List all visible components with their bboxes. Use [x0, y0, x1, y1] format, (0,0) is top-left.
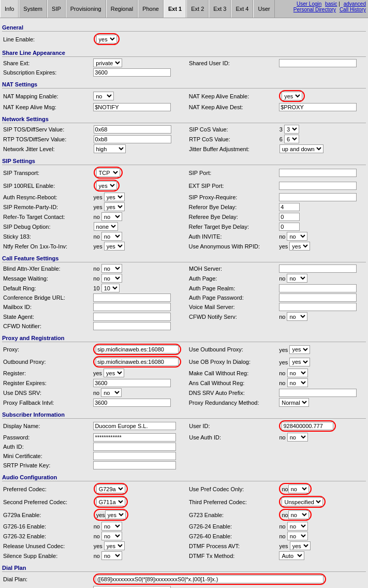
outbound-proxy-input[interactable] [96, 358, 179, 366]
dial-plan-input[interactable] [96, 575, 323, 583]
state-agent-input[interactable] [93, 313, 171, 321]
nat-keep-alive-msg-input[interactable] [93, 103, 171, 111]
refer-to-target-select[interactable]: noyes [101, 212, 122, 221]
ans-call-select[interactable]: noyes [287, 378, 308, 387]
g729a-enable-select[interactable]: yesno [105, 510, 126, 519]
user-login-link[interactable]: User Login [297, 1, 321, 7]
register-select[interactable]: yesno [104, 369, 124, 377]
personal-directory-link[interactable]: Personal Directory [293, 7, 336, 12]
release-unused-select[interactable]: yesno [104, 541, 125, 550]
share-ext-select[interactable]: private [93, 58, 122, 67]
line-enable-circled: yesno [94, 33, 120, 45]
proxy-input[interactable] [96, 345, 179, 354]
second-preferred-select[interactable]: G711a [96, 497, 125, 506]
sip-cos-select[interactable]: 3 [284, 125, 299, 134]
auth-page-select[interactable]: noyes [287, 274, 307, 283]
cfwd-notifier-input[interactable] [93, 322, 171, 330]
g723-enable-select[interactable]: noyes [288, 510, 309, 519]
caller-id-map-label: Caller ID Map: [2, 585, 92, 588]
sip-remote-party-select[interactable]: yesno [104, 202, 125, 211]
subscription-expires-input[interactable] [93, 68, 171, 77]
silence-supp-select[interactable]: noyes [101, 551, 122, 560]
cfwd-notify-serv-select[interactable]: noyes [287, 312, 307, 321]
dtmf-process-avt-select[interactable]: yesno [290, 541, 311, 550]
sip-debug-select[interactable]: nonefull [94, 222, 118, 231]
g726-16-select[interactable]: noyes [101, 522, 122, 531]
moh-server-input[interactable] [279, 264, 357, 273]
auth-resync-select[interactable]: yesno [104, 193, 125, 201]
dial-plan-circled [93, 574, 326, 585]
use-auth-id-select[interactable]: noyes [287, 433, 308, 442]
tab-regional[interactable]: Regional [106, 0, 138, 18]
ntfy-refer-select[interactable]: yesno [104, 242, 125, 251]
g723-enable-circled: no noyes [279, 509, 311, 521]
message-waiting-select[interactable]: noyes [101, 274, 122, 283]
refer-target-bye-delay-input[interactable] [279, 223, 300, 231]
auth-page-password-input[interactable] [279, 293, 357, 302]
rtp-cos-select[interactable]: 6 [284, 135, 299, 143]
sip-tos-input[interactable] [94, 125, 171, 134]
tab-sip[interactable]: SIP [47, 0, 66, 18]
proxy-fallback-input[interactable] [93, 399, 171, 407]
jitter-buffer-select[interactable]: up and downup onlydisable [279, 144, 323, 153]
use-pref-codec-select[interactable]: noyes [288, 484, 309, 493]
nat-keep-alive-select[interactable]: yesno [282, 92, 302, 100]
nat-keep-alive-dest-input[interactable] [279, 103, 357, 111]
g726-24-select[interactable]: noyes [287, 522, 308, 531]
rtp-tos-input[interactable] [94, 135, 171, 143]
use-ob-proxy-select[interactable]: yesno [289, 358, 310, 366]
srtp-private-key-input[interactable] [93, 461, 176, 469]
voice-mail-server-input[interactable] [279, 303, 357, 311]
call-history-link[interactable]: Call History [340, 7, 366, 12]
use-dns-srv-select[interactable]: noyes [101, 388, 122, 397]
shared-user-id-input[interactable] [279, 59, 357, 67]
auth-id-input[interactable] [93, 443, 176, 451]
use-anonymous-select[interactable]: yesno [289, 242, 310, 251]
caller-id-map-input[interactable] [93, 586, 171, 588]
mailbox-id-input[interactable] [93, 303, 171, 311]
advanced-link[interactable]: advanced [344, 1, 366, 7]
referor-bye-delay-input[interactable] [279, 203, 300, 211]
sticky-183-select[interactable]: noyes [101, 232, 122, 241]
mini-cert-input[interactable] [93, 452, 176, 460]
user-id-input[interactable] [282, 422, 333, 430]
dns-srv-auto-prefix-input[interactable] [279, 389, 357, 397]
g726-40-select[interactable]: noyes [287, 532, 308, 540]
auth-page-realm-input[interactable] [279, 284, 357, 292]
password-input[interactable] [93, 433, 176, 442]
default-ring-select[interactable]: 10 [101, 284, 120, 292]
ext-sip-port-input[interactable] [279, 182, 357, 190]
display-name-input[interactable] [93, 422, 176, 430]
conference-bridge-input[interactable] [93, 293, 171, 302]
blind-attn-select[interactable]: noyes [101, 264, 122, 273]
referee-bye-delay-input[interactable] [279, 213, 300, 221]
tab-phone[interactable]: Phone [138, 0, 164, 18]
basic-link[interactable]: basic [325, 1, 337, 7]
sip-100rel-select[interactable]: yesno [96, 181, 117, 190]
tab-ext3[interactable]: Ext 3 [209, 0, 231, 18]
sip-proxy-require-input[interactable] [279, 193, 357, 201]
make-call-select[interactable]: noyes [287, 369, 308, 377]
preferred-codec-select[interactable]: G729aG711aG711u [96, 484, 125, 493]
tab-ext2[interactable]: Ext 2 [186, 0, 209, 18]
tab-provisioning[interactable]: Provisioning [66, 0, 106, 18]
line-enable-select[interactable]: yesno [96, 35, 117, 43]
use-outbound-proxy-select[interactable]: yesno [289, 345, 310, 354]
tab-user[interactable]: User [253, 0, 274, 18]
use-pref-codec-only-label: Use Pref Codec Only: [188, 482, 278, 495]
tab-system[interactable]: System [19, 0, 47, 18]
auth-invite-select[interactable]: noyes [287, 232, 307, 241]
register-expires-input[interactable] [93, 379, 171, 387]
sip-port-input[interactable] [279, 169, 357, 177]
tab-info[interactable]: Info [0, 0, 19, 18]
proxy-redundancy-select[interactable]: NormalAuto [279, 398, 309, 407]
tab-ext1[interactable]: Ext 1 [164, 0, 186, 18]
g726-32-select[interactable]: noyes [101, 532, 122, 540]
sip-transport-select[interactable]: UDPTCPTLS [96, 168, 120, 177]
g726-16-label: G726-16 Enable: [2, 521, 93, 531]
dtmf-tx-method-select[interactable]: AutoAVTINFO [279, 551, 304, 560]
nat-mapping-select[interactable]: noyes [93, 92, 114, 100]
network-jitter-select[interactable]: highlowmedium [94, 144, 126, 153]
third-preferred-select[interactable]: G729aG711aUnspecified [282, 497, 323, 506]
tab-ext4[interactable]: Ext 4 [231, 0, 253, 18]
